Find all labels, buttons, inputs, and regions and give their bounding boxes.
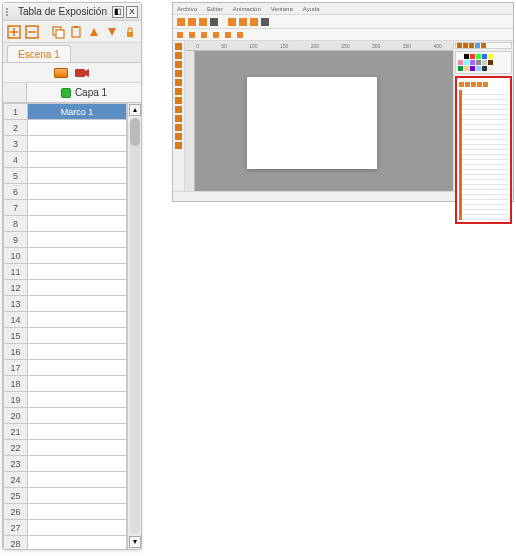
tool-icon[interactable] bbox=[237, 32, 243, 38]
row-number-cell[interactable]: 1 bbox=[4, 104, 28, 120]
row-number-cell[interactable]: 9 bbox=[4, 232, 28, 248]
frame-cell[interactable] bbox=[28, 200, 127, 216]
draw-tool-icon[interactable] bbox=[175, 106, 182, 113]
row-number-cell[interactable]: 21 bbox=[4, 424, 28, 440]
move-up-button[interactable] bbox=[86, 24, 102, 40]
tool-icon[interactable] bbox=[261, 18, 269, 26]
table-row[interactable]: 16 bbox=[4, 344, 127, 360]
draw-tool-icon[interactable] bbox=[175, 142, 182, 149]
frame-cell[interactable] bbox=[28, 136, 127, 152]
row-number-cell[interactable]: 12 bbox=[4, 280, 28, 296]
row-number-cell[interactable]: 10 bbox=[4, 248, 28, 264]
frame-cell[interactable] bbox=[28, 264, 127, 280]
row-number-cell[interactable]: 3 bbox=[4, 136, 28, 152]
frame-cell[interactable] bbox=[28, 392, 127, 408]
table-row[interactable]: 7 bbox=[4, 200, 127, 216]
frame-cell[interactable] bbox=[28, 152, 127, 168]
table-row[interactable]: 27 bbox=[4, 520, 127, 536]
draw-tool-icon[interactable] bbox=[175, 133, 182, 140]
option-icon[interactable] bbox=[481, 43, 486, 48]
table-row[interactable]: 8 bbox=[4, 216, 127, 232]
frame-cell[interactable] bbox=[28, 472, 127, 488]
row-number-cell[interactable]: 25 bbox=[4, 488, 28, 504]
draw-tool-icon[interactable] bbox=[175, 61, 182, 68]
table-row[interactable]: 2 bbox=[4, 120, 127, 136]
frame-cell[interactable] bbox=[28, 376, 127, 392]
frame-cell[interactable] bbox=[28, 488, 127, 504]
frame-cell[interactable] bbox=[28, 344, 127, 360]
frame-cell[interactable] bbox=[28, 520, 127, 536]
menu-item[interactable]: Editar bbox=[207, 6, 223, 12]
row-number-cell[interactable]: 27 bbox=[4, 520, 28, 536]
draw-tool-icon[interactable] bbox=[175, 115, 182, 122]
table-row[interactable]: 20 bbox=[4, 408, 127, 424]
frame-cell[interactable] bbox=[28, 216, 127, 232]
menu-item[interactable]: Animación bbox=[233, 6, 261, 12]
row-number-cell[interactable]: 14 bbox=[4, 312, 28, 328]
camera-icon[interactable] bbox=[74, 67, 90, 79]
copy-button[interactable] bbox=[50, 24, 66, 40]
tool-icon[interactable] bbox=[188, 18, 196, 26]
table-row[interactable]: 10 bbox=[4, 248, 127, 264]
frame-cell[interactable] bbox=[28, 232, 127, 248]
row-number-cell[interactable]: 6 bbox=[4, 184, 28, 200]
frame-cell[interactable] bbox=[28, 536, 127, 550]
frame-cell[interactable] bbox=[28, 408, 127, 424]
scroll-down-button[interactable]: ▾ bbox=[129, 536, 141, 548]
frame-cell[interactable] bbox=[28, 504, 127, 520]
option-icon[interactable] bbox=[475, 43, 480, 48]
tab-scene-1[interactable]: Escena 1 bbox=[7, 45, 71, 62]
table-row[interactable]: 11 bbox=[4, 264, 127, 280]
row-number-cell[interactable]: 7 bbox=[4, 200, 28, 216]
row-number-cell[interactable]: 26 bbox=[4, 504, 28, 520]
row-number-cell[interactable]: 23 bbox=[4, 456, 28, 472]
table-row[interactable]: 4 bbox=[4, 152, 127, 168]
close-button[interactable]: X bbox=[126, 6, 138, 18]
row-number-cell[interactable]: 28 bbox=[4, 536, 28, 550]
draw-tool-icon[interactable] bbox=[175, 79, 182, 86]
table-row[interactable]: 3 bbox=[4, 136, 127, 152]
table-row[interactable]: 25 bbox=[4, 488, 127, 504]
draw-tool-icon[interactable] bbox=[175, 52, 182, 59]
table-row[interactable]: 17 bbox=[4, 360, 127, 376]
tool-icon[interactable] bbox=[177, 32, 183, 38]
layer-header[interactable]: Capa 1 bbox=[27, 83, 141, 103]
frame-cell[interactable] bbox=[28, 280, 127, 296]
frame-cell[interactable] bbox=[28, 296, 127, 312]
frame-cell[interactable] bbox=[28, 184, 127, 200]
tool-icon[interactable] bbox=[199, 18, 207, 26]
row-number-cell[interactable]: 16 bbox=[4, 344, 28, 360]
draw-tool-icon[interactable] bbox=[175, 70, 182, 77]
tool-icon[interactable] bbox=[201, 32, 207, 38]
row-number-cell[interactable]: 15 bbox=[4, 328, 28, 344]
tool-icon[interactable] bbox=[213, 32, 219, 38]
frame-cell[interactable] bbox=[28, 360, 127, 376]
row-number-cell[interactable]: 4 bbox=[4, 152, 28, 168]
row-number-cell[interactable]: 19 bbox=[4, 392, 28, 408]
tool-icon[interactable] bbox=[210, 18, 218, 26]
table-row[interactable]: 9 bbox=[4, 232, 127, 248]
table-row[interactable]: 13 bbox=[4, 296, 127, 312]
table-row[interactable]: 24 bbox=[4, 472, 127, 488]
row-number-cell[interactable]: 2 bbox=[4, 120, 28, 136]
draw-tool-icon[interactable] bbox=[175, 43, 182, 50]
row-number-cell[interactable]: 5 bbox=[4, 168, 28, 184]
row-number-cell[interactable]: 11 bbox=[4, 264, 28, 280]
add-frame-button[interactable] bbox=[6, 24, 22, 40]
move-down-button[interactable] bbox=[104, 24, 120, 40]
frame-cell[interactable] bbox=[28, 248, 127, 264]
frame-cell[interactable]: Marco 1 bbox=[28, 104, 127, 120]
tool-icon[interactable] bbox=[250, 18, 258, 26]
scroll-up-button[interactable]: ▴ bbox=[129, 104, 141, 116]
row-number-cell[interactable]: 22 bbox=[4, 440, 28, 456]
tool-icon[interactable] bbox=[228, 18, 236, 26]
visibility-icon[interactable] bbox=[61, 88, 71, 98]
table-row[interactable]: 1Marco 1 bbox=[4, 104, 127, 120]
table-row[interactable]: 22 bbox=[4, 440, 127, 456]
table-row[interactable]: 21 bbox=[4, 424, 127, 440]
frame-cell[interactable] bbox=[28, 440, 127, 456]
table-row[interactable]: 26 bbox=[4, 504, 127, 520]
menu-item[interactable]: Archivo bbox=[177, 6, 197, 12]
table-row[interactable]: 23 bbox=[4, 456, 127, 472]
lock-button[interactable] bbox=[122, 24, 138, 40]
